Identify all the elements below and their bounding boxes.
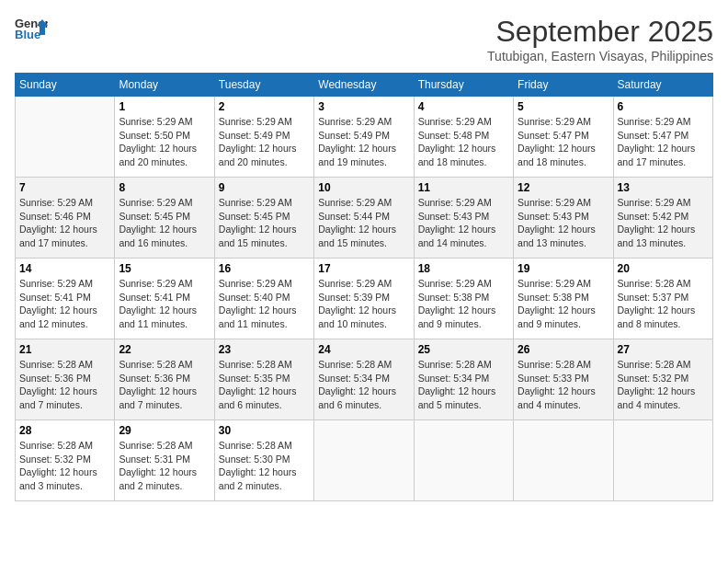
calendar-cell: 26Sunrise: 5:28 AM Sunset: 5:33 PM Dayli…	[514, 339, 613, 420]
svg-text:Blue: Blue	[15, 28, 40, 41]
title-area: September 2025 Tutubigan, Eastern Visaya…	[487, 15, 713, 63]
day-number: 23	[219, 343, 310, 356]
day-number: 16	[219, 262, 310, 275]
day-info: Sunrise: 5:29 AM Sunset: 5:47 PM Dayligh…	[518, 115, 609, 169]
day-info: Sunrise: 5:28 AM Sunset: 5:31 PM Dayligh…	[119, 439, 210, 493]
calendar-cell: 27Sunrise: 5:28 AM Sunset: 5:32 PM Dayli…	[613, 339, 712, 420]
calendar-cell: 30Sunrise: 5:28 AM Sunset: 5:30 PM Dayli…	[214, 420, 313, 501]
day-info: Sunrise: 5:28 AM Sunset: 5:33 PM Dayligh…	[518, 358, 609, 412]
day-number: 18	[418, 262, 509, 275]
day-number: 9	[219, 181, 310, 194]
calendar-cell: 21Sunrise: 5:28 AM Sunset: 5:36 PM Dayli…	[16, 339, 115, 420]
calendar-cell: 10Sunrise: 5:29 AM Sunset: 5:44 PM Dayli…	[314, 178, 414, 259]
day-number: 13	[618, 181, 709, 194]
day-number: 6	[618, 100, 709, 113]
calendar-cell: 22Sunrise: 5:28 AM Sunset: 5:36 PM Dayli…	[115, 339, 214, 420]
day-number: 27	[618, 343, 709, 356]
calendar-cell: 23Sunrise: 5:28 AM Sunset: 5:35 PM Dayli…	[214, 339, 313, 420]
day-info: Sunrise: 5:29 AM Sunset: 5:44 PM Dayligh…	[318, 196, 409, 250]
calendar-cell: 4Sunrise: 5:29 AM Sunset: 5:48 PM Daylig…	[414, 97, 513, 178]
calendar-cell: 17Sunrise: 5:29 AM Sunset: 5:39 PM Dayli…	[314, 259, 414, 339]
calendar-cell: 5Sunrise: 5:29 AM Sunset: 5:47 PM Daylig…	[514, 97, 613, 178]
day-number: 3	[318, 100, 409, 113]
calendar-cell: 25Sunrise: 5:28 AM Sunset: 5:34 PM Dayli…	[414, 339, 513, 420]
day-number: 20	[618, 262, 709, 275]
day-number: 14	[19, 262, 110, 275]
day-number: 10	[318, 181, 409, 194]
day-header-tuesday: Tuesday	[214, 74, 313, 97]
day-number: 22	[119, 343, 210, 356]
calendar-cell: 6Sunrise: 5:29 AM Sunset: 5:47 PM Daylig…	[613, 97, 712, 178]
location: Tutubigan, Eastern Visayas, Philippines	[487, 49, 713, 63]
calendar-cell: 3Sunrise: 5:29 AM Sunset: 5:49 PM Daylig…	[314, 97, 414, 178]
day-number: 30	[219, 424, 310, 437]
logo-icon: General Blue	[15, 15, 48, 42]
day-info: Sunrise: 5:28 AM Sunset: 5:32 PM Dayligh…	[618, 358, 709, 412]
week-row-3: 14Sunrise: 5:29 AM Sunset: 5:41 PM Dayli…	[16, 259, 713, 339]
calendar-cell: 20Sunrise: 5:28 AM Sunset: 5:37 PM Dayli…	[613, 259, 712, 339]
day-number: 17	[318, 262, 409, 275]
week-row-1: 1Sunrise: 5:29 AM Sunset: 5:50 PM Daylig…	[16, 97, 713, 178]
calendar-cell	[613, 420, 712, 501]
day-number: 4	[418, 100, 509, 113]
day-info: Sunrise: 5:29 AM Sunset: 5:46 PM Dayligh…	[19, 196, 110, 250]
calendar-cell: 2Sunrise: 5:29 AM Sunset: 5:49 PM Daylig…	[214, 97, 313, 178]
calendar-cell: 28Sunrise: 5:28 AM Sunset: 5:32 PM Dayli…	[16, 420, 115, 501]
day-info: Sunrise: 5:29 AM Sunset: 5:43 PM Dayligh…	[518, 196, 609, 250]
week-row-5: 28Sunrise: 5:28 AM Sunset: 5:32 PM Dayli…	[16, 420, 713, 501]
day-header-saturday: Saturday	[613, 74, 712, 97]
day-info: Sunrise: 5:29 AM Sunset: 5:38 PM Dayligh…	[518, 277, 609, 331]
calendar-cell	[314, 420, 414, 501]
calendar-cell: 7Sunrise: 5:29 AM Sunset: 5:46 PM Daylig…	[16, 178, 115, 259]
day-number: 7	[19, 181, 110, 194]
day-info: Sunrise: 5:29 AM Sunset: 5:43 PM Dayligh…	[418, 196, 509, 250]
calendar-cell	[16, 97, 115, 178]
calendar-cell: 9Sunrise: 5:29 AM Sunset: 5:45 PM Daylig…	[214, 178, 313, 259]
day-info: Sunrise: 5:28 AM Sunset: 5:36 PM Dayligh…	[19, 358, 110, 412]
day-number: 26	[518, 343, 609, 356]
day-number: 29	[119, 424, 210, 437]
day-info: Sunrise: 5:29 AM Sunset: 5:41 PM Dayligh…	[19, 277, 110, 331]
day-number: 19	[518, 262, 609, 275]
day-info: Sunrise: 5:28 AM Sunset: 5:34 PM Dayligh…	[418, 358, 509, 412]
month-year: September 2025	[487, 15, 713, 49]
day-header-sunday: Sunday	[16, 74, 115, 97]
header: General Blue September 2025 Tutubigan, E…	[15, 15, 713, 63]
day-number: 8	[119, 181, 210, 194]
calendar-cell: 24Sunrise: 5:28 AM Sunset: 5:34 PM Dayli…	[314, 339, 414, 420]
calendar-cell	[414, 420, 513, 501]
day-info: Sunrise: 5:29 AM Sunset: 5:45 PM Dayligh…	[119, 196, 210, 250]
day-info: Sunrise: 5:29 AM Sunset: 5:48 PM Dayligh…	[418, 115, 509, 169]
calendar-cell: 12Sunrise: 5:29 AM Sunset: 5:43 PM Dayli…	[514, 178, 613, 259]
day-info: Sunrise: 5:29 AM Sunset: 5:47 PM Dayligh…	[618, 115, 709, 169]
day-info: Sunrise: 5:28 AM Sunset: 5:36 PM Dayligh…	[119, 358, 210, 412]
day-info: Sunrise: 5:29 AM Sunset: 5:49 PM Dayligh…	[318, 115, 409, 169]
calendar-cell: 14Sunrise: 5:29 AM Sunset: 5:41 PM Dayli…	[16, 259, 115, 339]
calendar-table: SundayMondayTuesdayWednesdayThursdayFrid…	[15, 73, 713, 501]
day-number: 2	[219, 100, 310, 113]
day-info: Sunrise: 5:29 AM Sunset: 5:42 PM Dayligh…	[618, 196, 709, 250]
calendar-cell: 15Sunrise: 5:29 AM Sunset: 5:41 PM Dayli…	[115, 259, 214, 339]
day-info: Sunrise: 5:29 AM Sunset: 5:40 PM Dayligh…	[219, 277, 310, 331]
day-info: Sunrise: 5:29 AM Sunset: 5:39 PM Dayligh…	[318, 277, 409, 331]
day-number: 12	[518, 181, 609, 194]
calendar-cell: 16Sunrise: 5:29 AM Sunset: 5:40 PM Dayli…	[214, 259, 313, 339]
day-info: Sunrise: 5:28 AM Sunset: 5:35 PM Dayligh…	[219, 358, 310, 412]
day-info: Sunrise: 5:29 AM Sunset: 5:38 PM Dayligh…	[418, 277, 509, 331]
calendar-cell: 1Sunrise: 5:29 AM Sunset: 5:50 PM Daylig…	[115, 97, 214, 178]
calendar-cell: 29Sunrise: 5:28 AM Sunset: 5:31 PM Dayli…	[115, 420, 214, 501]
day-header-thursday: Thursday	[414, 74, 513, 97]
week-row-2: 7Sunrise: 5:29 AM Sunset: 5:46 PM Daylig…	[16, 178, 713, 259]
day-info: Sunrise: 5:29 AM Sunset: 5:49 PM Dayligh…	[219, 115, 310, 169]
day-number: 24	[318, 343, 409, 356]
day-number: 11	[418, 181, 509, 194]
calendar-cell	[514, 420, 613, 501]
calendar-cell: 13Sunrise: 5:29 AM Sunset: 5:42 PM Dayli…	[613, 178, 712, 259]
day-info: Sunrise: 5:28 AM Sunset: 5:34 PM Dayligh…	[318, 358, 409, 412]
calendar-cell: 11Sunrise: 5:29 AM Sunset: 5:43 PM Dayli…	[414, 178, 513, 259]
calendar-cell: 18Sunrise: 5:29 AM Sunset: 5:38 PM Dayli…	[414, 259, 513, 339]
day-info: Sunrise: 5:28 AM Sunset: 5:32 PM Dayligh…	[19, 439, 110, 493]
day-number: 21	[19, 343, 110, 356]
day-info: Sunrise: 5:28 AM Sunset: 5:30 PM Dayligh…	[219, 439, 310, 493]
week-row-4: 21Sunrise: 5:28 AM Sunset: 5:36 PM Dayli…	[16, 339, 713, 420]
